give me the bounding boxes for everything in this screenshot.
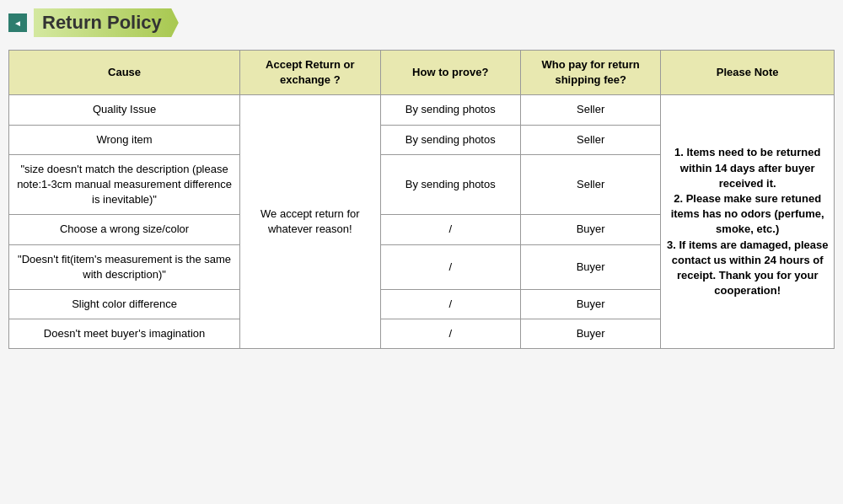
svg-text:◄: ◄ [13, 19, 22, 28]
cause-cell: "Doesn't fit(item's measurement is the s… [9, 244, 240, 289]
col-header-accept: Accept Return or exchange ? [240, 51, 380, 95]
who-cell: Seller [520, 125, 660, 154]
cause-cell: Slight color difference [9, 289, 240, 319]
col-header-who: Who pay for return shipping fee? [520, 51, 660, 95]
page-title: Return Policy [34, 8, 179, 37]
cause-cell: Wrong item [9, 125, 240, 154]
prove-cell: / [380, 244, 520, 289]
prove-cell: By sending photos [380, 95, 520, 125]
who-cell: Seller [520, 95, 660, 125]
prove-cell: / [380, 289, 520, 319]
header-icon-box: ◄ [8, 13, 27, 32]
cause-cell: Doesn't meet buyer's imagination [9, 319, 240, 349]
who-cell: Buyer [520, 244, 660, 289]
prove-cell: By sending photos [380, 154, 520, 215]
prove-cell: / [380, 215, 520, 244]
cause-cell: Choose a wrong size/color [9, 215, 240, 244]
table-header-row: Cause Accept Return or exchange ? How to… [9, 51, 835, 95]
note-cell: 1. Items need to be returned within 14 d… [661, 95, 835, 349]
col-header-cause: Cause [9, 51, 240, 95]
who-cell: Buyer [520, 215, 660, 244]
table-row: Quality Issue We accept return for whate… [9, 95, 835, 125]
cause-cell: "size doesn't match the description (ple… [9, 154, 240, 215]
who-cell: Seller [520, 154, 660, 215]
accept-cell: We accept return for whatever reason! [240, 95, 380, 349]
policy-table: Cause Accept Return or exchange ? How to… [8, 50, 835, 349]
header: ◄ Return Policy [8, 8, 835, 37]
col-header-prove: How to prove? [380, 51, 520, 95]
return-icon: ◄ [12, 17, 24, 29]
col-header-note: Please Note [661, 51, 835, 95]
who-cell: Buyer [520, 289, 660, 319]
who-cell: Buyer [520, 319, 660, 349]
cause-cell: Quality Issue [9, 95, 240, 125]
prove-cell: By sending photos [380, 125, 520, 154]
page-wrapper: ◄ Return Policy Cause Accept Return or e… [0, 0, 843, 504]
prove-cell: / [380, 319, 520, 349]
